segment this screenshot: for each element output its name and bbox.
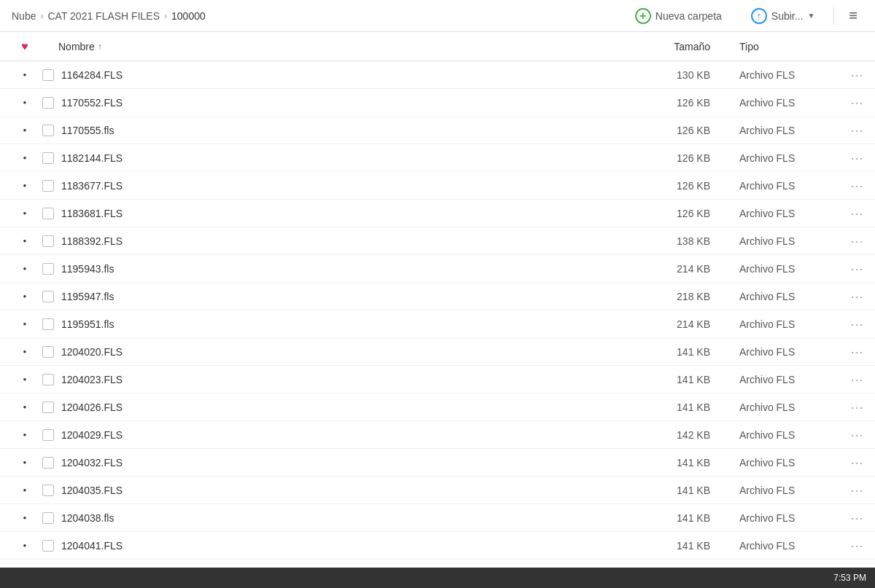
- table-row[interactable]: ● 1183681.FLS 126 KB Archivo FLS ⋯: [0, 200, 875, 227]
- row-checkbox[interactable]: [38, 401, 58, 413]
- table-row[interactable]: ● 1170555.fls 126 KB Archivo FLS ⋯: [0, 117, 875, 144]
- checkbox-box[interactable]: [42, 180, 54, 192]
- row-more-icon[interactable]: ⋯: [841, 261, 863, 277]
- table-row[interactable]: ● 1183677.FLS 126 KB Archivo FLS ⋯: [0, 172, 875, 200]
- table-row[interactable]: ● 1170552.FLS 126 KB Archivo FLS ⋯: [0, 89, 875, 117]
- row-favorite[interactable]: ●: [12, 376, 38, 383]
- row-checkbox[interactable]: [38, 152, 58, 164]
- row-favorite[interactable]: ●: [12, 182, 38, 189]
- row-more-icon[interactable]: ⋯: [841, 150, 863, 166]
- row-checkbox[interactable]: [38, 346, 58, 358]
- row-filename: 1204038.fls: [58, 512, 666, 524]
- row-checkbox[interactable]: [38, 457, 58, 469]
- table-row[interactable]: ● 1204026.FLS 141 KB Archivo FLS ⋯: [0, 393, 875, 421]
- row-favorite[interactable]: ●: [12, 210, 38, 216]
- row-favorite[interactable]: ●: [12, 265, 38, 272]
- row-favorite[interactable]: ●: [12, 127, 38, 133]
- checkbox-box[interactable]: [42, 69, 54, 81]
- row-favorite[interactable]: ●: [12, 487, 38, 493]
- grid-view-icon[interactable]: ≡: [843, 4, 863, 27]
- breadcrumb-root[interactable]: Nube: [12, 10, 36, 22]
- row-more-icon[interactable]: ⋯: [841, 316, 863, 332]
- row-favorite[interactable]: ●: [12, 542, 38, 549]
- row-more-icon[interactable]: ⋯: [841, 205, 863, 222]
- row-checkbox[interactable]: [38, 97, 58, 109]
- checkbox-box[interactable]: [42, 485, 54, 496]
- row-checkbox[interactable]: [38, 291, 58, 302]
- row-more-icon[interactable]: ⋯: [841, 95, 863, 111]
- row-checkbox[interactable]: [38, 540, 58, 552]
- row-checkbox[interactable]: [38, 125, 58, 136]
- row-favorite[interactable]: ●: [12, 431, 38, 438]
- checkbox-box[interactable]: [42, 152, 54, 164]
- row-more-icon[interactable]: ⋯: [841, 233, 863, 249]
- row-checkbox[interactable]: [38, 235, 58, 247]
- table-row[interactable]: ● 1188392.FLS 138 KB Archivo FLS ⋯: [0, 227, 875, 255]
- row-checkbox[interactable]: [38, 180, 58, 192]
- row-more-icon[interactable]: ⋯: [841, 482, 863, 498]
- checkbox-box[interactable]: [42, 429, 54, 441]
- col-type-header[interactable]: Tipo: [739, 41, 841, 52]
- checkbox-box[interactable]: [42, 346, 54, 358]
- table-row[interactable]: ● 1195943.fls 214 KB Archivo FLS ⋯: [0, 255, 875, 283]
- checkbox-box[interactable]: [42, 374, 54, 385]
- row-more-icon[interactable]: ⋯: [841, 67, 863, 83]
- row-more-icon[interactable]: ⋯: [841, 289, 863, 305]
- row-favorite[interactable]: ●: [12, 321, 38, 327]
- table-row[interactable]: ● 1204020.FLS 141 KB Archivo FLS ⋯: [0, 338, 875, 366]
- checkbox-box[interactable]: [42, 235, 54, 247]
- row-more-icon[interactable]: ⋯: [841, 427, 863, 443]
- row-favorite[interactable]: ●: [12, 238, 38, 244]
- checkbox-box[interactable]: [42, 208, 54, 219]
- row-favorite[interactable]: ●: [12, 459, 38, 466]
- table-row[interactable]: ● 1204032.FLS 141 KB Archivo FLS ⋯: [0, 449, 875, 477]
- row-filename: 1170555.fls: [58, 125, 666, 136]
- table-row[interactable]: ● 1204035.FLS 141 KB Archivo FLS ⋯: [0, 477, 875, 504]
- table-row[interactable]: ● 1204041.FLS 141 KB Archivo FLS ⋯: [0, 532, 875, 560]
- checkbox-box[interactable]: [42, 125, 54, 136]
- checkbox-box[interactable]: [42, 291, 54, 302]
- row-checkbox[interactable]: [38, 429, 58, 441]
- row-favorite[interactable]: ●: [12, 71, 38, 78]
- checkbox-box[interactable]: [42, 263, 54, 275]
- table-row[interactable]: ● 1195951.fls 214 KB Archivo FLS ⋯: [0, 310, 875, 338]
- row-checkbox[interactable]: [38, 263, 58, 275]
- col-size-header[interactable]: Tamaño: [666, 41, 739, 52]
- table-row[interactable]: ● 1204029.FLS 142 KB Archivo FLS ⋯: [0, 421, 875, 449]
- col-name-header[interactable]: Nombre ↑: [58, 41, 666, 52]
- checkbox-box[interactable]: [42, 457, 54, 469]
- table-row[interactable]: ● 1182144.FLS 126 KB Archivo FLS ⋯: [0, 144, 875, 172]
- upload-button[interactable]: ↑ Subir... ▼: [741, 4, 825, 28]
- row-favorite[interactable]: ●: [12, 99, 38, 106]
- row-checkbox[interactable]: [38, 69, 58, 81]
- row-checkbox[interactable]: [38, 485, 58, 496]
- table-row[interactable]: ● 1204023.FLS 141 KB Archivo FLS ⋯: [0, 366, 875, 393]
- row-checkbox[interactable]: [38, 208, 58, 219]
- checkbox-box[interactable]: [42, 540, 54, 552]
- row-more-icon[interactable]: ⋯: [841, 455, 863, 471]
- row-favorite[interactable]: ●: [12, 293, 38, 299]
- row-more-icon[interactable]: ⋯: [841, 399, 863, 415]
- breadcrumb-folder[interactable]: CAT 2021 FLASH FILES: [47, 10, 160, 22]
- row-more-icon[interactable]: ⋯: [841, 344, 863, 360]
- row-favorite[interactable]: ●: [12, 514, 38, 521]
- row-checkbox[interactable]: [38, 374, 58, 385]
- checkbox-box[interactable]: [42, 318, 54, 330]
- row-favorite[interactable]: ●: [12, 348, 38, 355]
- row-more-icon[interactable]: ⋯: [841, 372, 863, 388]
- checkbox-box[interactable]: [42, 97, 54, 109]
- row-more-icon[interactable]: ⋯: [841, 178, 863, 194]
- row-checkbox[interactable]: [38, 512, 58, 524]
- new-folder-button[interactable]: + Nueva carpeta: [625, 4, 732, 28]
- row-favorite[interactable]: ●: [12, 404, 38, 410]
- row-checkbox[interactable]: [38, 318, 58, 330]
- row-more-icon[interactable]: ⋯: [841, 538, 863, 554]
- table-row[interactable]: ● 1195947.fls 218 KB Archivo FLS ⋯: [0, 283, 875, 310]
- checkbox-box[interactable]: [42, 401, 54, 413]
- row-favorite[interactable]: ●: [12, 154, 38, 161]
- table-row[interactable]: ● 1164284.FLS 130 KB Archivo FLS ⋯: [0, 61, 875, 89]
- table-row[interactable]: ● 1204038.fls 141 KB Archivo FLS ⋯: [0, 504, 875, 532]
- checkbox-box[interactable]: [42, 512, 54, 524]
- row-more-icon[interactable]: ⋯: [841, 122, 863, 138]
- row-more-icon[interactable]: ⋯: [841, 510, 863, 526]
